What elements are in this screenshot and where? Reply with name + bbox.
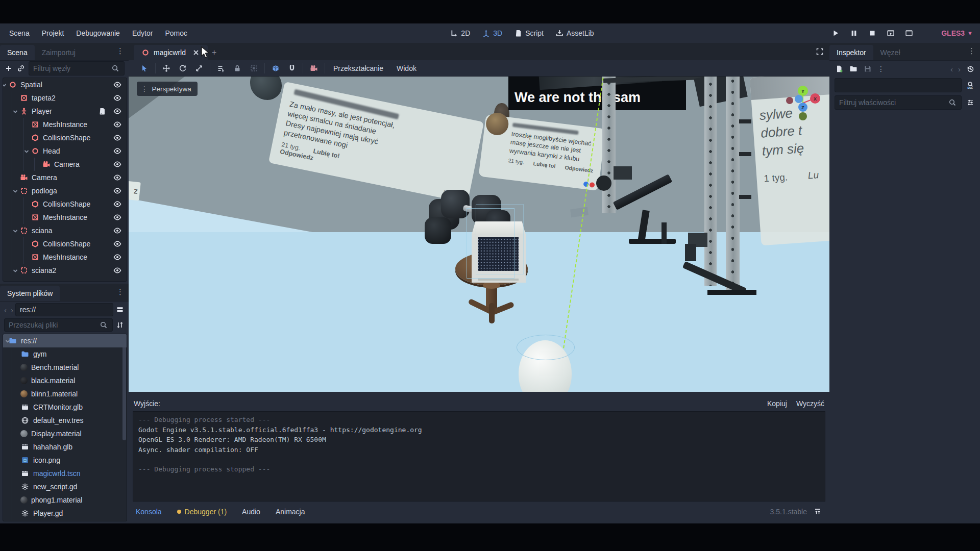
plus-icon[interactable]: [4, 64, 13, 73]
scene-node-CollisionShape[interactable]: CollisionShape: [3, 237, 127, 251]
visibility-eye-icon[interactable]: [113, 213, 122, 222]
file-Display-material[interactable]: Display.material: [3, 427, 127, 440]
collapse-arrow-icon[interactable]: [11, 107, 20, 116]
file-Player-gd[interactable]: Player.gd: [3, 507, 127, 520]
file-CRTMonitor-glb[interactable]: CRTMonitor.glb: [3, 400, 127, 414]
visibility-eye-icon[interactable]: [113, 93, 122, 103]
copy-button[interactable]: Kopiuj: [767, 399, 787, 408]
file-phong1-material[interactable]: phong1.material: [3, 493, 127, 507]
expand-bottom-icon[interactable]: [813, 507, 822, 516]
link-icon[interactable]: [16, 64, 26, 73]
history-icon[interactable]: [966, 64, 975, 73]
visibility-eye-icon[interactable]: [113, 253, 122, 262]
scene-node-Spatial[interactable]: Spatial: [3, 78, 127, 91]
scene-node-sciana2[interactable]: sciana2: [3, 264, 127, 277]
add-node-button[interactable]: [4, 64, 13, 73]
file-icon-png[interactable]: icon.png: [3, 454, 127, 467]
collapse-arrow-icon[interactable]: [11, 266, 20, 276]
collapse-arrow-icon[interactable]: [3, 337, 12, 346]
scene-node-Camera[interactable]: Camera: [3, 158, 127, 171]
group-tool-icon[interactable]: [249, 64, 258, 73]
load-resource-icon[interactable]: [849, 64, 858, 73]
camera-preview-tool-icon[interactable]: [309, 64, 318, 73]
file-gym[interactable]: gym: [3, 347, 127, 361]
split-view-icon[interactable]: [115, 305, 125, 314]
play-button[interactable]: [831, 29, 840, 38]
history-forward-icon[interactable]: ›: [958, 65, 961, 73]
file-magicwrld-tscn[interactable]: magicwrld.tscn: [3, 467, 127, 480]
file-new-script-gd[interactable]: new_script.gd: [3, 480, 127, 493]
scene-node-tapeta2[interactable]: tapeta2: [3, 91, 127, 105]
nav-back-icon[interactable]: ‹: [4, 306, 7, 314]
visibility-eye-icon[interactable]: [113, 80, 122, 89]
split-icon[interactable]: [115, 305, 125, 314]
tab-węzeł[interactable]: Węzeł: [873, 45, 908, 60]
visibility-eye-icon[interactable]: [113, 239, 122, 248]
tab-scena[interactable]: Scena: [0, 45, 35, 60]
visibility-eye-icon[interactable]: [113, 120, 122, 129]
select-tool-icon[interactable]: [140, 64, 149, 73]
view-menu-chip[interactable]: ⋮ Perspektywa: [137, 82, 198, 96]
output-console[interactable]: --- Debugging process started ---Godot E…: [133, 411, 825, 502]
stop-button[interactable]: [868, 29, 877, 38]
tab-inspektor[interactable]: Inspektor: [829, 45, 873, 60]
file-Bench-material[interactable]: Bench.material: [3, 361, 127, 374]
file-hahahah-glb[interactable]: hahahah.glb: [3, 440, 127, 454]
play-scene-button[interactable]: [886, 29, 895, 38]
visibility-eye-icon[interactable]: [113, 226, 122, 235]
video-driver-select[interactable]: GLES3 ▼: [941, 23, 973, 43]
scene-node-MeshInstance[interactable]: MeshInstance: [3, 251, 127, 264]
axis-gizmo[interactable]: Y X Z: [781, 84, 822, 124]
visibility-eye-icon[interactable]: [113, 133, 122, 142]
dock-menu-icon[interactable]: ⋮: [116, 287, 125, 296]
scale-tool-icon[interactable]: [194, 64, 204, 73]
menu-debugowanie[interactable]: Debugowanie: [70, 23, 126, 43]
visibility-eye-icon[interactable]: [113, 173, 122, 182]
scene-node-CollisionShape[interactable]: CollisionShape: [3, 197, 127, 211]
visibility-eye-icon[interactable]: [113, 160, 122, 169]
path-field[interactable]: res://: [15, 303, 113, 316]
doc-search-icon[interactable]: DOC: [966, 81, 975, 90]
move-tool-icon[interactable]: [162, 64, 171, 73]
tab-zaimportuj[interactable]: Zaimportuj: [35, 45, 83, 60]
use-local-space-tool-icon[interactable]: [271, 64, 280, 73]
3d-viewport[interactable]: Za mało masy, ale jest potencjał,więcej …: [129, 77, 829, 392]
save-resource-icon[interactable]: [863, 64, 872, 73]
scene-node-Player[interactable]: Player: [3, 105, 127, 118]
collapse-arrow-icon[interactable]: [3, 81, 9, 90]
visibility-eye-icon[interactable]: [113, 107, 122, 116]
resource-menu-icon[interactable]: ⋮: [877, 65, 885, 73]
instance-scene-button[interactable]: [16, 64, 26, 73]
menu-widok[interactable]: Widok: [397, 64, 416, 72]
scene-node-podloga[interactable]: podloga: [3, 184, 127, 197]
lock-tool-icon[interactable]: [233, 64, 242, 73]
collapse-arrow-icon[interactable]: [11, 227, 20, 236]
save-resource-icon[interactable]: [863, 64, 872, 73]
filter-nodes-input[interactable]: Filtruj węzły: [29, 61, 125, 76]
sort-icon[interactable]: [115, 320, 125, 330]
filter-properties-input[interactable]: Filtruj właściwości: [835, 95, 962, 110]
object-history-icon[interactable]: [966, 64, 975, 73]
menu-przekształcanie[interactable]: Przekształcanie: [333, 64, 383, 72]
open-docs-icon[interactable]: DOC: [966, 81, 975, 90]
dock-menu-icon[interactable]: ⋮: [116, 46, 125, 56]
fullscreen-icon[interactable]: [815, 47, 824, 56]
scene-node-MeshInstance[interactable]: MeshInstance: [3, 118, 127, 131]
menu-pomoc[interactable]: Pomoc: [159, 23, 193, 43]
scene-tab-magicwrld[interactable]: magicwrld: [134, 45, 208, 60]
menu-scena[interactable]: Scena: [3, 23, 36, 43]
scene-node-MeshInstance[interactable]: MeshInstance: [3, 211, 127, 224]
distraction-free-icon[interactable]: [815, 47, 824, 56]
new-resource-icon[interactable]: [835, 64, 844, 73]
menu-edytor[interactable]: Edytor: [126, 23, 159, 43]
workspace-script[interactable]: Script: [510, 23, 547, 43]
search-files-input[interactable]: Przeszukaj pliki: [4, 318, 113, 332]
pause-button[interactable]: [849, 29, 859, 38]
file-blinn1-material[interactable]: blinn1.material: [3, 387, 127, 400]
prop-tools-icon[interactable]: [966, 98, 975, 107]
list-select-tool-icon[interactable]: [216, 64, 226, 73]
use-snap-tool-icon[interactable]: [287, 64, 297, 73]
rotate-tool-icon[interactable]: [178, 64, 187, 73]
menu-projekt[interactable]: Projekt: [36, 23, 70, 43]
expand-bottom-panel-icon[interactable]: [813, 507, 822, 516]
